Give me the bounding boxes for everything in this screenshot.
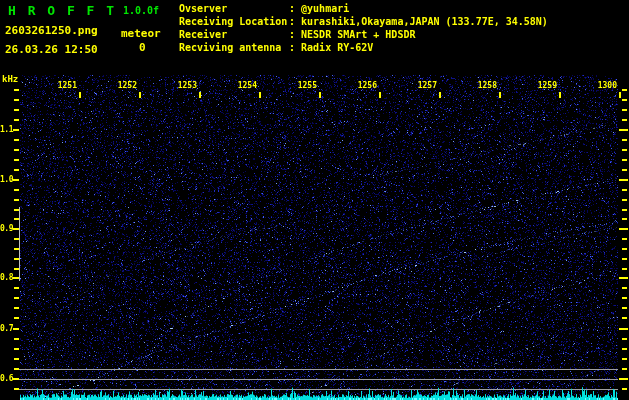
info-label: Receiver (179, 28, 289, 41)
x-tick-label: 1259 (531, 82, 557, 90)
app-version: 1.0.0f (123, 5, 159, 16)
x-tick-label: 1252 (111, 82, 137, 90)
observer-info-row: Receiver: NESDR SMArt + HDSDR (179, 28, 548, 41)
y-tick-label: 0.7 (0, 325, 13, 333)
y-tick-label: 1.0 (0, 176, 13, 184)
y-tick-label: 0.6 (0, 375, 13, 383)
info-separator: : (289, 3, 301, 14)
x-tick-label: 1257 (411, 82, 437, 90)
y-tick-label: 1.1 (0, 126, 13, 134)
x-tick-label: 1253 (171, 82, 197, 90)
info-value: kurashiki,Okayama,JAPAN (133.77E, 34.58N… (301, 16, 548, 27)
y-axis-unit-label: kHz (2, 74, 18, 84)
y-tick-label: 0.9 (0, 225, 13, 233)
info-value: Radix RY-62V (301, 42, 373, 53)
info-value: NESDR SMArt + HDSDR (301, 29, 415, 40)
observer-info-row: Recviving antenna: Radix RY-62V (179, 41, 548, 54)
observer-info-row: Ovserver: @yuhmari (179, 2, 548, 15)
meteor-count-label: meteor (121, 27, 161, 40)
observer-info-row: Receiving Location: kurashiki,Okayama,JA… (179, 15, 548, 28)
info-label: Recviving antenna (179, 41, 289, 54)
info-label: Ovserver (179, 2, 289, 15)
x-tick-label: 1258 (471, 82, 497, 90)
x-tick-label: 1300 (591, 82, 617, 90)
meteor-count-value: 0 (139, 41, 146, 54)
info-separator: : (289, 42, 301, 53)
info-separator: : (289, 29, 301, 40)
x-tick-label: 1255 (291, 82, 317, 90)
x-tick-label: 1254 (231, 82, 257, 90)
info-separator: : (289, 16, 301, 27)
observation-datetime: 26.03.26 12:50 (5, 43, 98, 56)
output-filename: 2603261250.png (5, 24, 98, 37)
app-title: H R O F F T (8, 3, 116, 18)
info-value: @yuhmari (301, 3, 349, 14)
y-tick-label: 0.8 (0, 274, 13, 282)
info-label: Receiving Location (179, 15, 289, 28)
hrofft-window: H R O F F T 1.0.0f 2603261250.png 26.03.… (0, 0, 629, 400)
spectrogram-canvas (0, 0, 629, 400)
x-tick-label: 1251 (51, 82, 77, 90)
x-tick-label: 1256 (351, 82, 377, 90)
observer-info-table: Ovserver: @yuhmariReceiving Location: ku… (179, 2, 548, 54)
